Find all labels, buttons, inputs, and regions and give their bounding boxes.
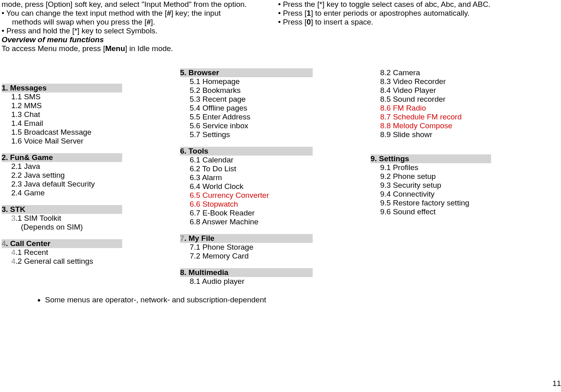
menu-item: 5.5 Enter Address <box>190 113 313 121</box>
menu-item: 9.1 Profiles <box>380 163 491 172</box>
menu-item-sub: (Depends on SIM) <box>11 223 122 232</box>
menu-item: 9.4 Connectivity <box>380 190 491 199</box>
menu-item: 2.3 Java default Security <box>11 180 122 189</box>
menu-items: 4.1 Recent 4.2 General call settings <box>2 248 122 266</box>
footnote: Some menus are operator-, network- and s… <box>0 296 561 304</box>
menu-item: 6.6 Stopwatch <box>190 200 313 209</box>
menu-item: 2.2 Java setting <box>11 171 122 180</box>
menu-item: 5.2 Bookmarks <box>190 86 313 95</box>
menu-item: 3.1 SIM Toolkit <box>11 214 122 223</box>
menu-item: 8.1 Audio player <box>190 277 313 286</box>
menu-items: 8.2 Camera 8.3 Video Recorder 8.4 Video … <box>371 68 491 139</box>
menu-item: 1.6 Voice Mail Server <box>11 137 122 146</box>
menu-item: 6.1 Calendar <box>190 156 313 164</box>
menu-items: 6.1 Calendar 6.2 To Do List 6.3 Alarm 6.… <box>180 156 313 226</box>
menu-item: 5.4 Offline pages <box>190 104 313 113</box>
menu-item: 6.4 World Clock <box>190 182 313 191</box>
menu-item: 1.5 Broadcast Message <box>11 128 122 137</box>
menu-item: 8.7 Schedule FM record <box>380 113 491 121</box>
menu-item: 8.5 Sound recorder <box>380 95 491 104</box>
menu-item: 8.8 Melody Compose <box>380 121 491 130</box>
menu-item: 9.3 Security setup <box>380 181 491 190</box>
menu-items: 1.1 SMS 1.2 MMS 1.3 Chat 1.4 Email 1.5 B… <box>2 92 122 146</box>
menu-item: 4.1 Recent <box>11 248 122 257</box>
menu-item: 5.3 Recent page <box>190 95 313 104</box>
menu-items: 5.1 Homepage 5.2 Bookmarks 5.3 Recent pa… <box>180 77 313 139</box>
text-line: • You can change the text input method w… <box>2 9 262 18</box>
menu-item: 4.2 General call settings <box>11 257 122 266</box>
menu-item: 9.5 Restore factory setting <box>380 199 491 207</box>
menu-header-fun-game: 2. Fun& Game <box>2 153 122 162</box>
menu-item: 7.1 Phone Storage <box>190 243 313 252</box>
menu-item: 5.6 Service inbox <box>190 121 313 130</box>
text-line: • Press the [*] key to toggle select cas… <box>278 0 559 9</box>
menu-item: 1.4 Email <box>11 119 122 128</box>
text-line: • Press [1] to enter periods or apostrop… <box>278 9 559 18</box>
overview-heading: Overview of menu functions <box>2 35 262 44</box>
menu-item: 2.1 Java <box>11 162 122 171</box>
menu-header-my-file: 7. My File <box>180 234 313 243</box>
menu-item: 7.2 Memory Card <box>190 252 313 261</box>
menu-item: 6.7 E-Book Reader <box>190 209 313 218</box>
text-line: mode, press [Option] soft key, and selec… <box>2 0 262 9</box>
text-line: • Press [0] to insert a space. <box>278 18 559 27</box>
footnote-item: Some menus are operator-, network- and s… <box>45 296 561 304</box>
menu-item: 8.9 Slide showr <box>380 130 491 139</box>
menu-item: 6.3 Alarm <box>190 173 313 182</box>
menu-items: 2.1 Java 2.2 Java setting 2.3 Java defau… <box>2 162 122 197</box>
text-line: To access Menu mode, press [Menu] in Idl… <box>2 44 262 53</box>
menu-item: 8.2 Camera <box>380 68 491 77</box>
menu-header-messages: 1. Messages <box>2 84 122 92</box>
menu-item: 8.4 Video Player <box>380 86 491 95</box>
menu-item: 8.3 Video Recorder <box>380 77 491 86</box>
text-line: methods will swap when you press the [#]… <box>2 18 262 27</box>
menu-item: 1.1 SMS <box>11 92 122 101</box>
page-number: 11 <box>553 379 561 388</box>
menu-item: 6.8 Answer Machine <box>190 218 313 226</box>
menu-item: 6.5 Currency Converter <box>190 191 313 200</box>
menu-item: 6.2 To Do List <box>190 164 313 173</box>
menu-item: 1.3 Chat <box>11 110 122 119</box>
menu-header-settings: 9. Settings <box>371 154 491 163</box>
menu-header-browser: 5. Browser <box>180 68 313 77</box>
menu-header-call-center: 4. Call Center <box>2 239 122 248</box>
menu-items: 7.1 Phone Storage 7.2 Memory Card <box>180 243 313 261</box>
menu-item: 1.2 MMS <box>11 101 122 110</box>
menu-items: 9.1 Profiles 9.2 Phone setup 9.3 Securit… <box>371 163 491 216</box>
menu-items: 3.1 SIM Toolkit (Depends on SIM) <box>2 214 122 232</box>
menu-header-stk: 3. STK <box>2 205 122 214</box>
menu-header-multimedia: 8. Multimedia <box>180 268 313 277</box>
menu-item: 5.1 Homepage <box>190 77 313 86</box>
menu-item: 9.6 Sound effect <box>380 207 491 216</box>
menu-item: 9.2 Phone setup <box>380 172 491 181</box>
menu-items: 8.1 Audio player <box>180 277 313 286</box>
menu-header-tools: 6. Tools <box>180 147 313 156</box>
text-line: • Press and hold the [*] key to select S… <box>2 27 262 35</box>
menu-item: 2.4 Game <box>11 189 122 197</box>
menu-item: 8.6 FM Radio <box>380 104 491 113</box>
menu-item: 5.7 Settings <box>190 130 313 139</box>
